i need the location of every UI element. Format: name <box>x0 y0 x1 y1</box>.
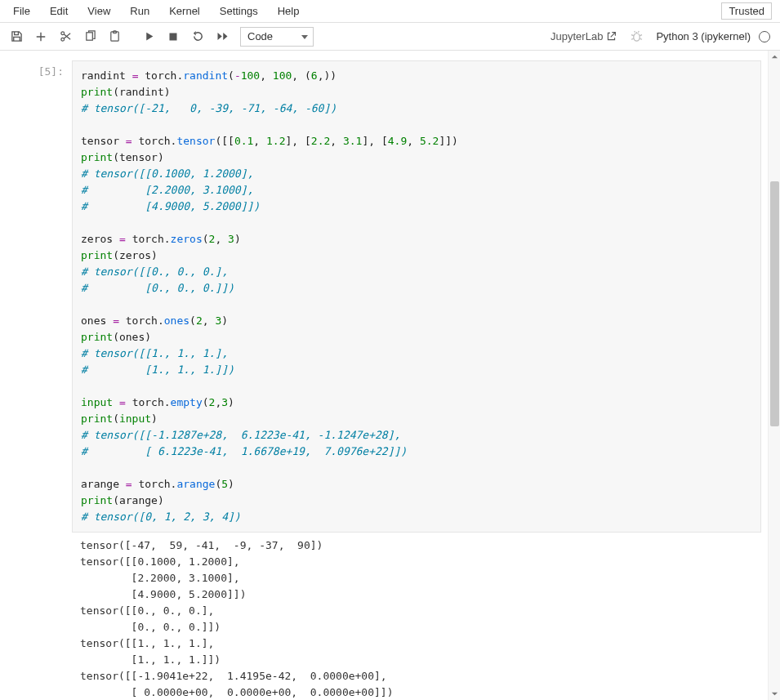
scissors-icon <box>60 30 72 42</box>
plus-icon <box>35 31 47 42</box>
restart-run-all-button[interactable] <box>211 25 234 48</box>
menu-help[interactable]: Help <box>268 2 310 20</box>
clipboard-icon <box>109 30 121 42</box>
scrollbar-thumb[interactable] <box>770 181 779 426</box>
open-jupyterlab-link[interactable]: JupyterLab <box>550 30 617 42</box>
kernel-status-idle-icon[interactable] <box>759 31 770 42</box>
restart-icon <box>192 30 204 42</box>
code-editor[interactable]: randint = torch.randint(-100, 100, (6,))… <box>72 60 761 533</box>
trusted-indicator[interactable]: Trusted <box>721 2 772 20</box>
notebook-area: [5]: randint = torch.randint(-100, 100, … <box>0 51 780 700</box>
save-button[interactable] <box>5 25 28 48</box>
cell-type-select[interactable]: Code <box>240 27 314 47</box>
menu-file[interactable]: File <box>3 2 40 20</box>
stop-icon <box>168 32 178 42</box>
jupyterlab-label: JupyterLab <box>550 30 603 42</box>
menubar: File Edit View Run Kernel Settings Help … <box>0 0 780 23</box>
run-button[interactable] <box>137 25 160 48</box>
cell-output: tensor([-47, 59, -41, -9, -37, 90]) tens… <box>72 533 761 700</box>
debugger-button[interactable] <box>625 25 648 48</box>
bug-icon <box>631 30 643 42</box>
external-link-icon <box>606 31 617 42</box>
chevron-down-icon <box>771 690 778 698</box>
cut-button[interactable] <box>54 25 77 48</box>
input-prompt: [5]: <box>7 60 72 78</box>
menu-view[interactable]: View <box>78 2 120 20</box>
menu-settings[interactable]: Settings <box>210 2 268 20</box>
svg-point-6 <box>634 33 640 41</box>
restart-button[interactable] <box>186 25 209 48</box>
play-icon <box>144 31 154 42</box>
paste-button[interactable] <box>103 25 126 48</box>
copy-icon <box>84 30 96 42</box>
menu-kernel[interactable]: Kernel <box>159 2 210 20</box>
cell-type-value: Code <box>247 30 273 42</box>
copy-button[interactable] <box>78 25 101 48</box>
scroll-up-button[interactable] <box>769 51 780 63</box>
fast-forward-icon <box>216 31 229 42</box>
svg-rect-5 <box>170 33 177 40</box>
code-cell[interactable]: [5]: randint = torch.randint(-100, 100, … <box>7 60 761 533</box>
menu-edit[interactable]: Edit <box>40 2 78 20</box>
interrupt-button[interactable] <box>162 25 185 48</box>
scroll-down-button[interactable] <box>769 688 780 700</box>
menu-run[interactable]: Run <box>120 2 159 20</box>
svg-rect-2 <box>86 33 92 40</box>
kernel-name[interactable]: Python 3 (ipykernel) <box>656 30 751 42</box>
chevron-up-icon <box>771 53 778 60</box>
save-icon <box>11 30 23 42</box>
vertical-scrollbar[interactable] <box>768 51 780 700</box>
insert-cell-button[interactable] <box>29 25 52 48</box>
toolbar: Code JupyterLab Python 3 (ipykernel) <box>0 23 780 51</box>
